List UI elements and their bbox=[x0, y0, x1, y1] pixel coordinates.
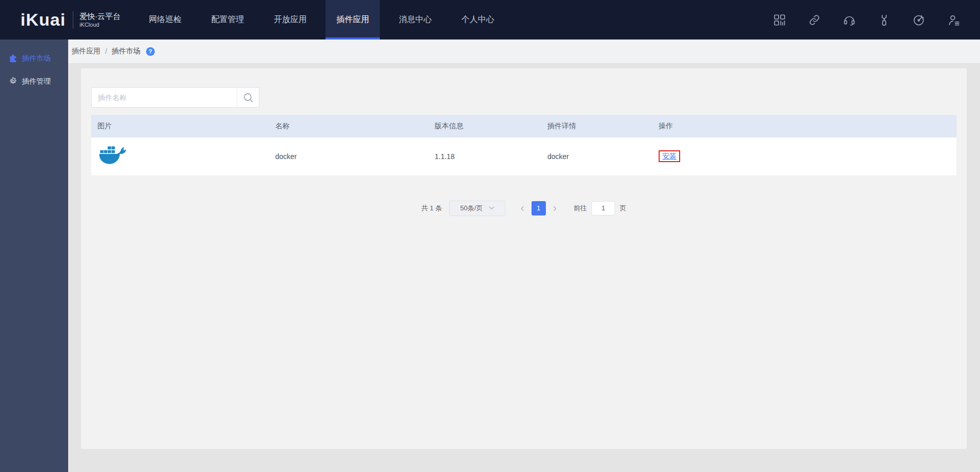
goto-page-group: 前往 页 bbox=[574, 201, 626, 215]
sidebar-item-label: 插件管理 bbox=[22, 77, 51, 86]
goto-page-input[interactable] bbox=[591, 201, 615, 215]
col-header-name: 名称 bbox=[269, 115, 428, 137]
breadcrumb: 插件应用 / 插件市场 ? bbox=[68, 40, 980, 63]
tab-network-inspection[interactable]: 网络巡检 bbox=[138, 0, 192, 40]
annotation-highlight-box: 安装 bbox=[659, 150, 680, 162]
plugin-table: 图片 名称 版本信息 插件详情 操作 bbox=[91, 115, 956, 176]
tab-personal-center[interactable]: 个人中心 bbox=[451, 0, 505, 40]
col-header-action: 操作 bbox=[652, 115, 956, 137]
chevron-down-icon bbox=[489, 206, 495, 210]
apps-grid-icon[interactable] bbox=[773, 13, 786, 27]
pagination-total: 共 1 条 bbox=[421, 204, 442, 213]
brand-subtitle: iKCloud bbox=[79, 22, 120, 28]
next-page-button[interactable]: › bbox=[548, 203, 561, 214]
cell-plugin-name: docker bbox=[269, 137, 428, 175]
headset-icon[interactable] bbox=[843, 13, 856, 27]
page-size-select[interactable]: 50条/页 bbox=[449, 201, 505, 216]
table-row: docker 1.1.18 docker 安装 bbox=[91, 137, 956, 175]
goto-label: 前往 bbox=[574, 204, 587, 213]
goto-unit-label: 页 bbox=[620, 204, 626, 213]
top-navbar: iKuai 爱快·云平台 iKCloud 网络巡检 配置管理 开放应用 插件应用… bbox=[0, 0, 980, 40]
cell-plugin-detail: docker bbox=[541, 137, 652, 175]
col-header-image: 图片 bbox=[91, 115, 269, 137]
current-page-button[interactable]: 1 bbox=[532, 201, 546, 215]
breadcrumb-current: 插件市场 bbox=[112, 47, 140, 56]
breadcrumb-separator: / bbox=[105, 47, 107, 55]
brand-title: 爱快·云平台 bbox=[79, 12, 120, 21]
search-icon bbox=[243, 92, 254, 103]
page-size-value: 50条/页 bbox=[460, 204, 483, 213]
user-list-icon[interactable] bbox=[947, 13, 961, 27]
logo-divider bbox=[73, 11, 73, 29]
install-button[interactable]: 安装 bbox=[662, 152, 677, 160]
main-menu: 网络巡检 配置管理 开放应用 插件应用 消息中心 个人中心 bbox=[134, 0, 509, 40]
logo-area: iKuai 爱快·云平台 iKCloud bbox=[0, 0, 120, 40]
main-area: 插件应用 / 插件市场 ? 图片 名称 版本信息 插件详情 bbox=[68, 40, 980, 472]
search-bar bbox=[91, 87, 956, 108]
breadcrumb-parent[interactable]: 插件应用 bbox=[72, 47, 100, 56]
table-header-row: 图片 名称 版本信息 插件详情 操作 bbox=[91, 115, 956, 137]
wrench-icon[interactable] bbox=[877, 13, 891, 27]
navbar-actions bbox=[773, 0, 980, 40]
gear-icon bbox=[9, 77, 17, 86]
prev-page-button[interactable]: ‹ bbox=[516, 203, 528, 214]
tab-message-center[interactable]: 消息中心 bbox=[388, 0, 442, 40]
link-icon[interactable] bbox=[808, 13, 821, 27]
tab-plugin-apps[interactable]: 插件应用 bbox=[325, 0, 380, 40]
tab-open-apps[interactable]: 开放应用 bbox=[263, 0, 317, 40]
target-icon[interactable] bbox=[912, 13, 926, 27]
col-header-detail: 插件详情 bbox=[541, 115, 652, 137]
help-icon[interactable]: ? bbox=[146, 47, 155, 56]
ikuai-logo: iKuai bbox=[21, 10, 66, 30]
cell-plugin-version: 1.1.18 bbox=[428, 137, 541, 175]
plugin-search-input[interactable] bbox=[91, 87, 237, 108]
sidebar-item-label: 插件市场 bbox=[22, 54, 51, 63]
search-button[interactable] bbox=[237, 87, 259, 108]
content-panel: 图片 名称 版本信息 插件详情 操作 bbox=[81, 68, 967, 449]
pagination: 共 1 条 50条/页 ‹ 1 › 前往 页 bbox=[91, 201, 956, 216]
docker-logo bbox=[97, 145, 263, 168]
brand-block: 爱快·云平台 iKCloud bbox=[79, 12, 120, 28]
sidebar-item-plugin-market[interactable]: 插件市场 bbox=[0, 47, 68, 70]
sidebar: 插件市场 插件管理 bbox=[0, 40, 68, 472]
col-header-version: 版本信息 bbox=[428, 115, 541, 137]
puzzle-icon bbox=[9, 54, 17, 63]
sidebar-item-plugin-management[interactable]: 插件管理 bbox=[0, 70, 68, 93]
tab-config-management[interactable]: 配置管理 bbox=[200, 0, 255, 40]
